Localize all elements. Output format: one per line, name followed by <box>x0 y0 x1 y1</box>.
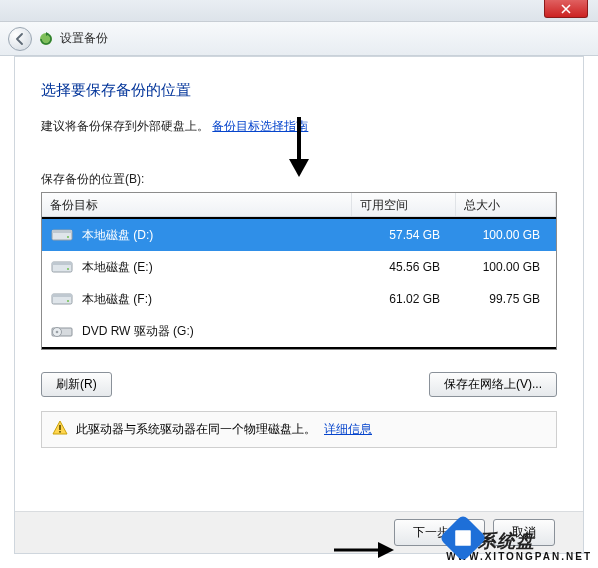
col-free[interactable]: 可用空间 <box>352 193 456 216</box>
drive-free: 57.54 GB <box>360 228 456 242</box>
svg-rect-13 <box>59 425 61 430</box>
table-body: 本地磁盘 (D:)57.54 GB100.00 GB本地磁盘 (E:)45.56… <box>42 217 556 349</box>
svg-rect-8 <box>52 294 72 297</box>
drive-free: 61.02 GB <box>360 292 456 306</box>
back-button[interactable] <box>8 27 32 51</box>
svg-point-3 <box>67 236 69 238</box>
watermark: 系统盘 WWW.XITONGPAN.NET <box>446 513 592 562</box>
annotation-arrow-1 <box>287 117 311 177</box>
warning-details-link[interactable]: 详细信息 <box>324 421 372 438</box>
table-row[interactable]: 本地磁盘 (F:)61.02 GB99.75 GB <box>42 283 556 315</box>
dvd-drive-icon <box>50 323 74 339</box>
titlebar <box>0 0 598 22</box>
toolbar: 设置备份 <box>0 22 598 56</box>
close-icon <box>561 4 571 14</box>
table-row[interactable]: 本地磁盘 (D:)57.54 GB100.00 GB <box>42 219 556 251</box>
close-button[interactable] <box>544 0 588 18</box>
svg-rect-2 <box>52 230 72 233</box>
subtitle-text: 建议将备份保存到外部硬盘上。 <box>41 119 209 133</box>
backup-center-icon <box>38 31 54 47</box>
svg-point-9 <box>67 300 69 302</box>
svg-point-12 <box>56 331 59 334</box>
annotation-arrow-2 <box>334 541 394 559</box>
warning-icon <box>52 420 68 439</box>
drive-name: DVD RW 驱动器 (G:) <box>82 323 360 340</box>
svg-rect-5 <box>52 262 72 265</box>
drive-name: 本地磁盘 (F:) <box>82 291 360 308</box>
drive-table: 备份目标 可用空间 总大小 本地磁盘 (D:)57.54 GB100.00 GB… <box>41 192 557 350</box>
watermark-brand: 系统盘 <box>478 531 535 551</box>
hdd-icon <box>50 227 74 243</box>
save-network-button[interactable]: 保存在网络上(V)... <box>429 372 557 397</box>
drive-total: 100.00 GB <box>456 228 548 242</box>
drive-total: 99.75 GB <box>456 292 548 306</box>
drive-total: 100.00 GB <box>456 260 548 274</box>
warning-box: 此驱动器与系统驱动器在同一个物理磁盘上。 详细信息 <box>41 411 557 448</box>
table-row[interactable]: 本地磁盘 (E:)45.56 GB100.00 GB <box>42 251 556 283</box>
hdd-icon <box>50 259 74 275</box>
col-total[interactable]: 总大小 <box>456 193 556 216</box>
backup-wizard-window: 设置备份 选择要保存备份的位置 建议将备份保存到外部硬盘上。 备份目标选择指南 … <box>0 0 598 568</box>
window-title: 设置备份 <box>60 30 108 47</box>
svg-point-6 <box>67 268 69 270</box>
hdd-icon <box>50 291 74 307</box>
svg-rect-14 <box>59 431 61 433</box>
col-target[interactable]: 备份目标 <box>42 193 352 216</box>
drive-free: 45.56 GB <box>360 260 456 274</box>
table-header: 备份目标 可用空间 总大小 <box>42 193 556 217</box>
button-row: 刷新(R) 保存在网络上(V)... <box>41 372 557 397</box>
table-row[interactable]: DVD RW 驱动器 (G:) <box>42 315 556 347</box>
refresh-button[interactable]: 刷新(R) <box>41 372 112 397</box>
arrow-left-icon <box>14 33 26 45</box>
drive-name: 本地磁盘 (D:) <box>82 227 360 244</box>
content-area: 选择要保存备份的位置 建议将备份保存到外部硬盘上。 备份目标选择指南 保存备份的… <box>14 56 584 554</box>
drive-name: 本地磁盘 (E:) <box>82 259 360 276</box>
page-title: 选择要保存备份的位置 <box>41 81 557 100</box>
warning-text: 此驱动器与系统驱动器在同一个物理磁盘上。 <box>76 421 316 438</box>
